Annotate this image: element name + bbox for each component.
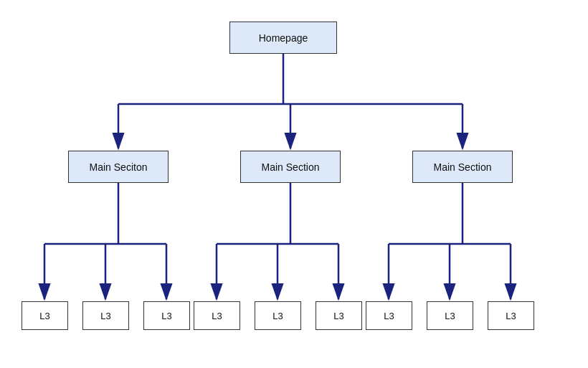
l3-3-2-node: L3 bbox=[427, 301, 473, 330]
l3-3-1-node: L3 bbox=[366, 301, 412, 330]
l3-2-2-label: L3 bbox=[272, 311, 283, 321]
section3-label: Main Section bbox=[434, 161, 492, 173]
l3-3-2-label: L3 bbox=[445, 311, 455, 321]
section3-node: Main Section bbox=[412, 151, 513, 183]
l3-3-3-node: L3 bbox=[488, 301, 534, 330]
l3-1-1-node: L3 bbox=[22, 301, 68, 330]
l3-2-1-label: L3 bbox=[212, 311, 222, 321]
section2-node: Main Section bbox=[240, 151, 341, 183]
l3-2-3-node: L3 bbox=[316, 301, 362, 330]
section2-label: Main Section bbox=[262, 161, 320, 173]
site-map-diagram: Homepage Main Seciton Main Section Main … bbox=[0, 0, 588, 368]
l3-3-3-label: L3 bbox=[506, 311, 516, 321]
section1-node: Main Seciton bbox=[68, 151, 169, 183]
l3-2-2-node: L3 bbox=[255, 301, 301, 330]
l3-2-3-label: L3 bbox=[333, 311, 343, 321]
homepage-label: Homepage bbox=[259, 32, 308, 44]
l3-3-1-label: L3 bbox=[384, 311, 394, 321]
homepage-node: Homepage bbox=[229, 22, 337, 54]
l3-1-2-label: L3 bbox=[100, 311, 110, 321]
l3-1-3-node: L3 bbox=[143, 301, 190, 330]
section1-label: Main Seciton bbox=[90, 161, 148, 173]
l3-2-1-node: L3 bbox=[194, 301, 240, 330]
l3-1-3-label: L3 bbox=[161, 311, 171, 321]
l3-1-1-label: L3 bbox=[39, 311, 49, 321]
l3-1-2-node: L3 bbox=[82, 301, 129, 330]
